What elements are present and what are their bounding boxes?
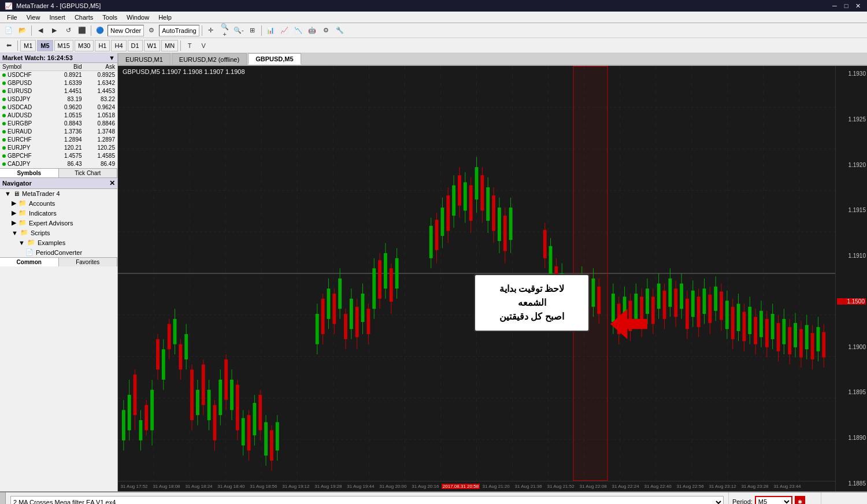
menu-help[interactable]: Help (154, 12, 176, 23)
chart-canvas[interactable]: GBPUSD,M5 1.1907 1.1908 1.1907 1.1908 لا… (118, 66, 867, 491)
back-btn[interactable]: ◀ (34, 24, 47, 37)
svg-rect-31 (122, 410, 125, 440)
nav-scripts-icon: 📁 (20, 229, 28, 236)
toolbar1: 📄 📂 ◀ ▶ ↺ ⬛ 🔵 New Order ⚙ AutoTrading ✛ … (0, 23, 867, 38)
panel-toggle[interactable]: ◀ (0, 492, 6, 504)
nav-tab-common[interactable]: Common (0, 258, 59, 266)
sep2 (91, 25, 91, 36)
ea-select[interactable]: 2 MA Crosses Mega filter EA V1.ex4 (10, 496, 724, 504)
chart-tab-gbpusd-m5[interactable]: GBPUSD,M5 (248, 53, 301, 65)
nav-scripts[interactable]: ▼ 📁 Scripts (0, 228, 117, 238)
svg-rect-71 (236, 385, 239, 431)
time-20: 31 Aug 23:28 (739, 484, 771, 489)
open-btn[interactable]: 📂 (16, 24, 29, 37)
menu-file[interactable]: File (2, 12, 22, 23)
mw-row-gbpchf[interactable]: GBPCHF1.45751.4585 (0, 152, 117, 160)
mw-row-euraud[interactable]: EURAUD1.37361.3748 (0, 128, 117, 136)
tf-m1[interactable]: M1 (20, 40, 36, 51)
period-cursor[interactable]: ✱ (795, 496, 805, 504)
indicator3-btn[interactable]: 📉 (292, 24, 305, 37)
tf-h1[interactable]: H1 (95, 40, 110, 51)
nav-tab-favorites[interactable]: Favorites (59, 258, 118, 266)
tf-h4[interactable]: H4 (111, 40, 126, 51)
refresh-btn[interactable]: ↺ (62, 24, 75, 37)
indicator2-btn[interactable]: 📈 (278, 24, 291, 37)
time-3: 31 Aug 18:24 (183, 484, 215, 489)
nav-expert-advisors[interactable]: ▶ 📁 Expert Advisors (0, 218, 117, 228)
nav-scripts-expand: ▼ (12, 229, 18, 236)
minimize-button[interactable]: ─ (830, 1, 839, 10)
new-order-btn[interactable]: 🔵 (94, 24, 106, 37)
menu-insert[interactable]: Insert (45, 12, 70, 23)
svg-rect-191 (674, 288, 677, 317)
stop-btn[interactable]: ⬛ (76, 24, 88, 37)
indicator1-btn[interactable]: 📊 (264, 24, 277, 37)
autotrading-icon[interactable]: ⚙ (145, 24, 158, 37)
close-button[interactable]: ✕ (853, 1, 862, 10)
svg-rect-81 (264, 422, 268, 455)
tf-w1[interactable]: W1 (144, 40, 161, 51)
mw-row-usdchf[interactable]: USDCHF0.89210.8925 (0, 71, 117, 79)
zoom-in-btn[interactable]: 🔍+ (218, 24, 231, 37)
menu-view[interactable]: View (22, 12, 45, 23)
mw-row-usdjpy[interactable]: USDJPY83.1983.22 (0, 95, 117, 103)
mw-row-audusd[interactable]: AUDUSD1.05151.0518 (0, 112, 117, 120)
svg-rect-93 (332, 294, 336, 324)
mw-row-eurgbp[interactable]: EURGBP0.88430.8846 (0, 120, 117, 128)
svg-rect-217 (748, 307, 751, 334)
menu-tools[interactable]: Tools (98, 12, 122, 23)
tf-m15[interactable]: M15 (54, 40, 73, 51)
period-select[interactable]: M5 (755, 496, 792, 504)
menu-charts[interactable]: Charts (70, 12, 98, 23)
tf-m5[interactable]: M5 (37, 40, 53, 51)
menu-window[interactable]: Window (122, 12, 154, 23)
forward-btn[interactable]: ▶ (48, 24, 61, 37)
nav-metatrader4[interactable]: ▼ 🖥 MetaTrader 4 (0, 189, 117, 198)
svg-rect-109 (378, 260, 381, 299)
new-chart-btn[interactable]: 📄 (2, 24, 15, 37)
svg-rect-75 (247, 415, 251, 450)
tf-m30[interactable]: M30 (75, 40, 94, 51)
volume-btn[interactable]: V (197, 39, 210, 52)
time-21: 31 Aug 23:44 (771, 484, 803, 489)
time-7: 31 Aug 19:28 (312, 484, 344, 489)
time-6: 31 Aug 19:12 (280, 484, 312, 489)
crosshair-btn[interactable]: ✛ (205, 24, 217, 37)
svg-rect-229 (782, 319, 786, 344)
gear-btn[interactable]: 🔧 (334, 24, 346, 37)
nav-period-converter[interactable]: 📄 PeriodConverter (0, 247, 117, 257)
nav-examples[interactable]: ▼ 📁 Examples (0, 238, 117, 247)
navigator-close[interactable]: ✕ (109, 179, 115, 187)
nav-indicators[interactable]: ▶ 📁 Indicators (0, 208, 117, 218)
mw-row-gbpusd[interactable]: GBPUSD1.63391.6342 (0, 79, 117, 87)
mw-tab-tick[interactable]: Tick Chart (59, 169, 118, 177)
title-bar-left: 📈 MetaTrader 4 - [GBPUSD,M5] (5, 2, 101, 10)
move-left-btn[interactable]: ⬅ (2, 39, 15, 52)
svg-rect-79 (258, 395, 262, 430)
mw-row-cadjpy[interactable]: CADJPY86.4386.49 (0, 160, 117, 168)
ea-btn[interactable]: 🤖 (306, 24, 318, 37)
settings2-btn[interactable]: ⚙ (320, 24, 332, 37)
time-1: 31 Aug 17:52 (118, 484, 150, 489)
chart-tab-eurusd-m1[interactable]: EURUSD,M1 (118, 53, 171, 65)
mw-row-eurusd[interactable]: EURUSD1.44511.4453 (0, 87, 117, 95)
chart-tab-eurusd-m2[interactable]: EURUSD,M2 (offline) (172, 53, 247, 65)
properties-btn[interactable]: ⊞ (246, 24, 259, 37)
tf-mn[interactable]: MN (161, 40, 178, 51)
st-right-section: Period: M5 ✱ Spread: Optimization Expert… (728, 492, 821, 504)
svg-rect-193 (680, 284, 683, 309)
mw-row-eurchf[interactable]: EURCHF1.28941.2897 (0, 136, 117, 144)
tf-d1[interactable]: D1 (128, 40, 143, 51)
mw-tab-symbols[interactable]: Symbols (0, 169, 59, 177)
svg-rect-147 (543, 230, 547, 258)
template-btn[interactable]: T (183, 39, 196, 52)
mw-row-eurjpy[interactable]: EURJPY120.21120.25 (0, 144, 117, 152)
maximize-button[interactable]: □ (842, 1, 851, 10)
nav-accounts[interactable]: ▶ 📁 Accounts (0, 198, 117, 208)
svg-rect-89 (321, 299, 325, 334)
navigator: Navigator ✕ ▼ 🖥 MetaTrader 4 ▶ 📁 Account… (0, 178, 117, 491)
chart-area: EURUSD,M1 EURUSD,M2 (offline) GBPUSD,M5 … (118, 53, 867, 491)
nav-accounts-expand: ▶ (12, 199, 16, 207)
mw-row-usdcad[interactable]: USDCAD0.96200.9624 (0, 103, 117, 112)
zoom-out-btn[interactable]: 🔍- (232, 24, 245, 37)
